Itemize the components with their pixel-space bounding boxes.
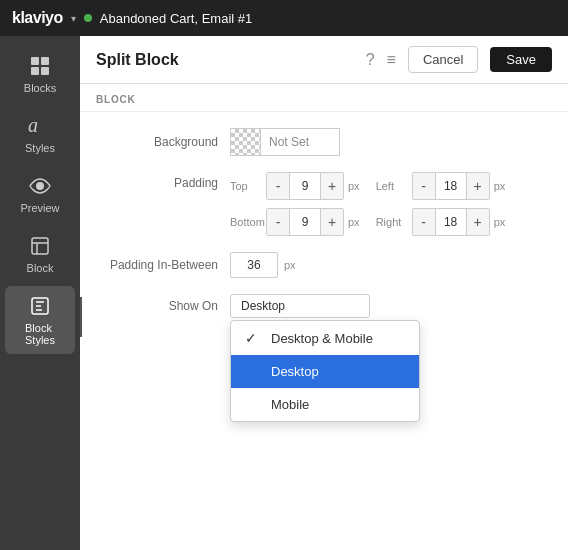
right-input[interactable] [435,209,467,235]
styles-icon: a [28,114,52,138]
padding-left-field: Left - + px [376,172,506,200]
bottom-label: Bottom [230,216,262,228]
collapse-tab[interactable]: ‹ [80,297,82,337]
sidebar-item-block-styles[interactable]: BlockStyles [5,286,75,354]
show-on-dropdown-wrapper: Desktop ✓ Desktop & Mobile Desktop [230,294,370,318]
bottom-input[interactable] [289,209,321,235]
menu-icon[interactable]: ≡ [387,51,396,69]
block-icon [28,234,52,258]
bottom-plus-button[interactable]: + [321,209,343,235]
show-on-label: Show On [100,299,230,313]
padding-top-field: Top - + px [230,172,360,200]
campaign-title: Abandoned Cart, Email #1 [100,11,252,26]
right-label: Right [376,216,408,228]
sidebar-preview-label: Preview [20,202,59,214]
dropdown-item-mobile-label: Mobile [271,397,309,412]
status-dot [84,14,92,22]
panel-body: ‹ BLOCK Background Not Set Padding Top [80,84,568,550]
sidebar-item-block[interactable]: Block [5,226,75,282]
dropdown-item-desktop[interactable]: Desktop [231,355,419,388]
padding-right-field: Right - + px [376,208,506,236]
content-area: Split Block ? ≡ Cancel Save ‹ BLOCK Back… [80,36,568,550]
right-stepper: - + [412,208,490,236]
padding-grid: Top - + px Left [230,172,505,236]
chevron-icon: ▾ [71,13,76,24]
top-px-label: px [348,180,360,192]
dropdown-item-desktop-mobile-label: Desktop & Mobile [271,331,373,346]
help-icon[interactable]: ? [366,51,375,69]
svg-rect-0 [31,57,39,65]
bottom-stepper: - + [266,208,344,236]
bottom-px-label: px [348,216,360,228]
blocks-icon [28,54,52,78]
sidebar-item-preview[interactable]: Preview [5,166,75,222]
background-label: Background [100,135,230,149]
top-label: Top [230,180,262,192]
block-styles-icon [28,294,52,318]
padding-bottom-right-row: Bottom - + px Right [230,208,505,236]
left-minus-button[interactable]: - [413,173,435,199]
left-input[interactable] [435,173,467,199]
inbetween-px-label: px [284,259,296,271]
topbar: klaviyo ▾ Abandoned Cart, Email #1 [0,0,568,36]
sidebar-styles-label: Styles [25,142,55,154]
sidebar-blocks-label: Blocks [24,82,56,94]
bottom-minus-button[interactable]: - [267,209,289,235]
right-px-label: px [494,216,506,228]
padding-label: Padding [100,172,230,190]
left-stepper: - + [412,172,490,200]
preview-icon [28,174,52,198]
top-plus-button[interactable]: + [321,173,343,199]
top-input[interactable] [289,173,321,199]
main-layout: Blocks a Styles Preview Block [0,36,568,550]
dropdown-item-mobile[interactable]: Mobile [231,388,419,421]
top-minus-button[interactable]: - [267,173,289,199]
padding-inbetween-row: Padding In-Between px [100,252,548,278]
background-swatch[interactable] [230,128,260,156]
sidebar-item-blocks[interactable]: Blocks [5,46,75,102]
form-area: Background Not Set Padding Top - [80,112,568,350]
panel-title: Split Block [96,51,354,69]
sidebar-block-label: Block [27,262,54,274]
padding-top-left-row: Top - + px Left [230,172,505,200]
show-on-selected-value: Desktop [241,299,285,313]
padding-bottom-field: Bottom - + px [230,208,360,236]
svg-text:a: a [28,114,38,136]
background-row: Background Not Set [100,128,548,156]
cancel-button[interactable]: Cancel [408,46,478,73]
padding-inbetween-input[interactable] [230,252,278,278]
dropdown-item-desktop-mobile[interactable]: ✓ Desktop & Mobile [231,321,419,355]
right-plus-button[interactable]: + [467,209,489,235]
background-value[interactable]: Not Set [260,128,340,156]
panel-header: Split Block ? ≡ Cancel Save [80,36,568,84]
svg-rect-2 [31,67,39,75]
right-minus-button[interactable]: - [413,209,435,235]
show-on-row: Show On Desktop ✓ Desktop & Mobile [100,294,548,318]
logo: klaviyo [12,9,63,27]
padding-inbetween-label: Padding In-Between [100,258,230,272]
dropdown-item-desktop-label: Desktop [271,364,319,379]
sidebar-block-styles-label: BlockStyles [25,322,55,346]
padding-row: Padding Top - + px [100,172,548,236]
show-on-dropdown-menu: ✓ Desktop & Mobile Desktop Mobile [230,320,420,422]
left-label: Left [376,180,408,192]
sidebar-item-styles[interactable]: a Styles [5,106,75,162]
svg-rect-6 [32,238,48,254]
show-on-dropdown-trigger[interactable]: Desktop [230,294,370,318]
sidebar: Blocks a Styles Preview Block [0,36,80,550]
svg-rect-1 [41,57,49,65]
svg-point-5 [36,182,44,190]
left-px-label: px [494,180,506,192]
checkmark-desktop-mobile: ✓ [245,330,261,346]
save-button[interactable]: Save [490,47,552,72]
svg-rect-3 [41,67,49,75]
section-label-block: BLOCK [80,84,568,112]
left-plus-button[interactable]: + [467,173,489,199]
top-stepper: - + [266,172,344,200]
